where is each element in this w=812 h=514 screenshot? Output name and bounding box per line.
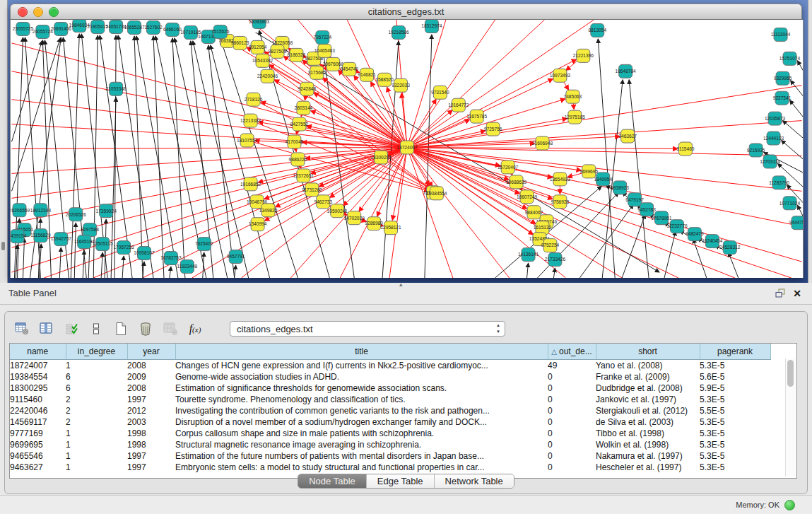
- graph-node[interactable]: 7957224: [314, 30, 332, 44]
- tab-network-table[interactable]: Network Table: [435, 474, 514, 488]
- graph-node[interactable]: 9297588: [81, 223, 99, 237]
- graph-node[interactable]: 1840954: [594, 173, 612, 186]
- table-row[interactable]: 946362711997Embryonic stem cells: a mode…: [10, 462, 770, 473]
- graph-node[interactable]: 26206559: [11, 204, 30, 217]
- left-panel-divider[interactable]: [0, 0, 8, 283]
- graph-node[interactable]: 17678951: [651, 211, 672, 225]
- table-row[interactable]: 977716911998Corpus callosum shape and si…: [10, 428, 770, 439]
- graph-node[interactable]: 8912954: [249, 40, 267, 54]
- graph-node[interactable]: 6466160: [163, 23, 182, 36]
- graph-node[interactable]: 9482479: [686, 228, 704, 241]
- graph-node[interactable]: 9227341: [773, 91, 792, 105]
- function-builder-button[interactable]: f(x): [185, 320, 205, 338]
- graph-node[interactable]: 17957253: [113, 241, 134, 255]
- graph-node[interactable]: 1527602: [144, 21, 163, 34]
- graph-node[interactable]: 7485063: [564, 90, 582, 103]
- graph-node[interactable]: 12975185: [565, 110, 586, 124]
- graph-node[interactable]: 2803144: [295, 101, 313, 115]
- graph-node[interactable]: 14136141: [518, 248, 539, 262]
- graph-node[interactable]: 9115460: [676, 142, 694, 156]
- column-header-title[interactable]: title: [175, 344, 548, 360]
- graph-node[interactable]: 9860123: [231, 36, 249, 49]
- graph-node[interactable]: 1340994: [249, 218, 267, 231]
- table-row[interactable]: 1872400712008Changes of HCN gene express…: [10, 360, 770, 372]
- graph-node[interactable]: 18312974: [421, 20, 442, 33]
- graph-node[interactable]: 11731280: [302, 183, 322, 197]
- minimize-window-button[interactable]: [33, 7, 43, 17]
- graph-node[interactable]: 18912344: [30, 204, 52, 217]
- column-header-year[interactable]: year: [127, 344, 175, 360]
- row-height-button[interactable]: [86, 320, 106, 338]
- graph-node[interactable]: 9462733: [314, 195, 333, 209]
- table-row[interactable]: 946554611997Estimation of the future num…: [10, 450, 770, 462]
- graph-node[interactable]: 15720407: [498, 160, 519, 174]
- graph-node[interactable]: 9827509: [269, 45, 287, 58]
- graph-node[interactable]: 8813054: [588, 23, 606, 37]
- table-row[interactable]: 2242004622012Investigating the contribut…: [10, 405, 770, 416]
- graph-node[interactable]: 9444755: [789, 216, 803, 230]
- graph-node[interactable]: 12232776: [666, 220, 688, 233]
- graph-node[interactable]: 4170046: [286, 135, 304, 148]
- graph-node[interactable]: 9452783: [637, 203, 656, 216]
- network-view[interactable]: 1872400776638229860123891295418226058982…: [11, 20, 803, 278]
- graph-node[interactable]: 7625402: [195, 238, 213, 251]
- table-row[interactable]: 969969511998Structural magnetic resonanc…: [10, 439, 770, 450]
- graph-node[interactable]: 11923448: [177, 260, 197, 274]
- delete-column-button[interactable]: [136, 320, 155, 338]
- graph-node[interactable]: 12505115: [93, 238, 113, 251]
- graph-node[interactable]: 13654923: [550, 173, 571, 186]
- close-window-button[interactable]: [18, 7, 28, 17]
- graph-node[interactable]: 10771024: [779, 197, 801, 210]
- memory-indicator[interactable]: [784, 500, 795, 510]
- graph-node[interactable]: 10655287: [124, 21, 145, 34]
- graph-node[interactable]: 9886220: [289, 153, 307, 166]
- graph-node[interactable]: 23055725: [13, 22, 34, 35]
- column-header-short[interactable]: short: [596, 344, 700, 360]
- table-row[interactable]: 1938455462009Genome-wide association stu…: [10, 371, 770, 382]
- table-scrollbar-thumb[interactable]: [787, 360, 794, 387]
- graph-node[interactable]: 21221396: [573, 49, 594, 62]
- graph-node[interactable]: 9329965: [774, 71, 792, 85]
- graph-node[interactable]: 9725756: [484, 122, 502, 136]
- graph-node[interactable]: 8454749: [340, 62, 358, 76]
- graph-node[interactable]: 16648784: [616, 64, 637, 78]
- graph-node[interactable]: 8938923: [611, 181, 629, 194]
- select-all-attributes-button[interactable]: [61, 320, 81, 338]
- graph-node[interactable]: 9752254: [541, 239, 560, 252]
- table-scrollbar-track[interactable]: [785, 358, 796, 477]
- graph-node[interactable]: 9242848: [298, 82, 317, 95]
- graph-node[interactable]: 10958107: [134, 247, 155, 260]
- column-header-pagerank[interactable]: pagerank: [700, 344, 770, 360]
- graph-node[interactable]: 15751074: [779, 52, 801, 65]
- tab-edge-table[interactable]: Edge Table: [367, 474, 435, 488]
- float-panel-button[interactable]: [774, 288, 787, 299]
- graph-node[interactable]: 12372651: [293, 169, 314, 182]
- graph-node[interactable]: 12958121: [380, 221, 401, 235]
- graph-node[interactable]: 8427552: [290, 117, 309, 131]
- combo-stepper-icon[interactable]: ▲▼: [496, 322, 500, 335]
- split-divider[interactable]: ▴: [399, 281, 403, 288]
- column-header-in_degree[interactable]: in_degree: [66, 344, 127, 360]
- graph-node[interactable]: 10164772: [448, 98, 469, 112]
- table-row[interactable]: 1456911722003Disruption of a novel membe…: [10, 416, 770, 428]
- column-settings-button[interactable]: [12, 320, 32, 338]
- zoom-window-button[interactable]: [49, 7, 59, 17]
- graph-node[interactable]: 9215935: [747, 144, 765, 157]
- show-columns-button[interactable]: [37, 320, 57, 338]
- close-panel-button[interactable]: ✕: [791, 288, 804, 299]
- graph-node[interactable]: 13942757: [51, 233, 72, 246]
- column-header-out_de[interactable]: △out_de...: [548, 344, 596, 360]
- graph-node[interactable]: 10973493: [550, 69, 571, 82]
- graph-node[interactable]: 9756928: [551, 195, 570, 209]
- graph-node[interactable]: 19218586: [388, 25, 409, 39]
- graph-node[interactable]: 2718126: [245, 93, 263, 106]
- graph-node[interactable]: 9322033: [392, 78, 410, 92]
- graph-node[interactable]: 12444133: [763, 132, 784, 145]
- network-window-titlebar[interactable]: citations_edges.txt: [10, 4, 802, 20]
- graph-node[interactable]: 16083803: [249, 20, 270, 28]
- graph-node[interactable]: 7515526: [211, 25, 230, 38]
- graph-node[interactable]: 12703114: [760, 155, 780, 168]
- graph-node[interactable]: 22420046: [257, 69, 278, 83]
- graph-node[interactable]: 20206526: [66, 208, 87, 221]
- graph-node[interactable]: 11156829: [30, 229, 51, 243]
